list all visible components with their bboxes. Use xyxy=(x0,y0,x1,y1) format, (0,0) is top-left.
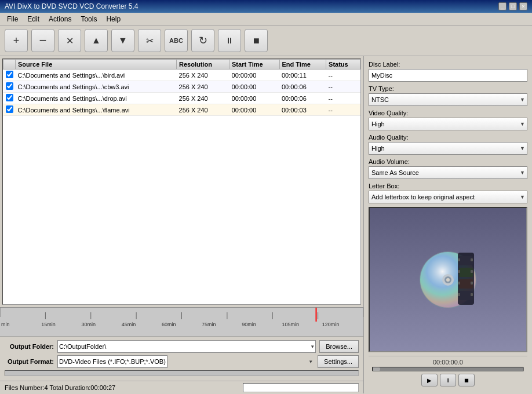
row-source-file: C:\Documents and Settings\...\bird.avi xyxy=(16,70,177,81)
menu-help[interactable]: Help xyxy=(101,14,125,24)
table-row[interactable]: C:\Documents and Settings\...\bird.avi 2… xyxy=(3,70,360,81)
pause-button[interactable]: ⏸ xyxy=(218,29,241,52)
disc-label-input[interactable] xyxy=(369,69,527,82)
clear-button[interactable]: ✕ xyxy=(58,29,81,52)
row-start-time: 00:00:00 xyxy=(229,70,279,81)
timeline-labels: min 15min 30min 45min 60min 75min 90min … xyxy=(0,322,363,327)
move-up-button[interactable]: ▲ xyxy=(85,29,108,52)
close-button[interactable]: × xyxy=(519,2,527,10)
col-header-check xyxy=(3,60,16,70)
row-end-time: 00:00:06 xyxy=(279,81,326,93)
row-resolution: 256 X 240 xyxy=(177,81,229,93)
ruler-svg xyxy=(0,308,363,322)
row-start-time: 00:00:00 xyxy=(229,104,279,116)
svg-rect-18 xyxy=(458,258,460,261)
timeline-label-4: 60min xyxy=(162,322,202,327)
row-status: -- xyxy=(326,93,360,104)
timeline-label-2: 30min xyxy=(81,322,121,327)
audio-volume-select[interactable]: Same As Source +10% +20% -10% xyxy=(369,166,527,179)
svg-point-28 xyxy=(446,278,450,282)
row-checkbox-3[interactable] xyxy=(6,105,13,113)
status-text: Files Number:4 Total Duration:00:00:27 xyxy=(5,384,243,391)
tv-type-wrapper: NTSC PAL ▼ xyxy=(369,93,527,106)
letter-box-field: Letter Box: Add letterbox to keep origin… xyxy=(369,183,527,203)
timeline-label-6: 90min xyxy=(242,322,282,327)
settings-button[interactable]: Settings... xyxy=(318,355,359,368)
row-start-time: 00:00:00 xyxy=(229,81,279,93)
disc-label-label: Disc Label: xyxy=(369,61,527,68)
table-row[interactable]: C:\Documents and Settings\...\cbw3.avi 2… xyxy=(3,81,360,93)
row-status: -- xyxy=(326,70,360,81)
col-header-status: Status xyxy=(326,60,360,70)
time-display: 00:00:00.0 xyxy=(372,359,524,366)
audio-volume-label: Audio Volume: xyxy=(369,158,527,165)
svg-rect-25 xyxy=(471,293,473,296)
output-format-select[interactable]: DVD-Video Files (*.IFO;*.BUP;*.VOB) xyxy=(57,355,167,368)
timeline-label-7: 105min xyxy=(282,322,322,327)
menu-file[interactable]: File xyxy=(2,14,23,24)
col-header-resolution: Resolution xyxy=(177,60,229,70)
timeline-label-1: 15min xyxy=(41,322,81,327)
output-format-wrapper: DVD-Video Files (*.IFO;*.BUP;*.VOB) ▼ xyxy=(57,355,314,368)
add-button[interactable]: + xyxy=(5,29,28,52)
output-folder-wrapper: ▼ xyxy=(57,340,316,353)
browse-button[interactable]: Browse... xyxy=(319,340,359,353)
col-header-source: Source File xyxy=(16,60,177,70)
play-button[interactable]: ▶ xyxy=(421,374,438,386)
timeline-label-0: min xyxy=(1,322,41,327)
svg-rect-21 xyxy=(471,270,473,273)
tv-type-field: TV Type: NTSC PAL ▼ xyxy=(369,85,527,106)
cut-button[interactable]: ✂ xyxy=(138,29,161,52)
output-format-label: Output Format: xyxy=(5,358,54,365)
row-checkbox-cell xyxy=(3,70,16,81)
move-down-button[interactable]: ▼ xyxy=(111,29,134,52)
audio-volume-field: Audio Volume: Same As Source +10% +20% -… xyxy=(369,158,527,179)
stop-button[interactable]: ⏹ xyxy=(245,29,268,52)
col-header-end: End Time xyxy=(279,60,326,70)
settings-fields: Disc Label: TV Type: NTSC PAL ▼ Video Qu… xyxy=(369,61,527,203)
menu-actions[interactable]: Actions xyxy=(44,14,76,24)
row-checkbox-cell xyxy=(3,81,16,93)
status-bar: Files Number:4 Total Duration:00:00:27 xyxy=(0,381,363,393)
row-end-time: 00:00:06 xyxy=(279,93,326,104)
row-resolution: 256 X 240 xyxy=(177,93,229,104)
refresh-button[interactable]: ↻ xyxy=(191,29,214,52)
maximize-button[interactable]: □ xyxy=(509,2,517,10)
output-folder-input[interactable] xyxy=(57,340,316,353)
row-source-file: C:\Documents and Settings\...\cbw3.avi xyxy=(16,81,177,93)
bottom-controls: Output Folder: ▼ Browse... Output Format… xyxy=(0,336,363,381)
playback-pause-button[interactable]: ⏸ xyxy=(440,374,456,386)
playback-controls: 00:00:00.0 ▶ ⏸ ⏹ xyxy=(369,356,527,389)
video-quality-select[interactable]: High Medium Low xyxy=(369,118,527,130)
output-format-arrow: ▼ xyxy=(308,359,313,364)
rename-button[interactable]: ABC xyxy=(165,29,188,52)
disc-preview-icon xyxy=(416,248,480,312)
row-checkbox-1[interactable] xyxy=(6,82,13,90)
playback-stop-button[interactable]: ⏹ xyxy=(458,374,475,386)
output-folder-label: Output Folder: xyxy=(5,343,54,350)
timeline-ruler: min 15min 30min 45min 60min 75min 90min … xyxy=(0,307,363,336)
menu-tools[interactable]: Tools xyxy=(76,14,101,24)
row-source-file: C:\Documents and Settings\...\drop.avi xyxy=(16,93,177,104)
table-row[interactable]: C:\Documents and Settings\...\drop.avi 2… xyxy=(3,93,360,104)
row-checkbox-2[interactable] xyxy=(6,94,13,101)
tv-type-select[interactable]: NTSC PAL xyxy=(369,93,527,106)
menu-edit[interactable]: Edit xyxy=(23,14,44,24)
video-quality-field: Video Quality: High Medium Low ▼ xyxy=(369,110,527,130)
timeline-label-3: 45min xyxy=(122,322,162,327)
table-row[interactable]: C:\Documents and Settings\...\flame.avi … xyxy=(3,104,360,116)
svg-rect-23 xyxy=(471,282,473,284)
output-folder-row: Output Folder: ▼ Browse... xyxy=(5,340,359,353)
remove-button[interactable]: − xyxy=(31,29,54,52)
letter-box-select[interactable]: Add letterbox to keep original aspect No… xyxy=(369,191,527,203)
disc-label-field: Disc Label: xyxy=(369,61,527,82)
audio-volume-wrapper: Same As Source +10% +20% -10% ▼ xyxy=(369,166,527,179)
row-checkbox-0[interactable] xyxy=(6,71,13,78)
playback-progress-bar[interactable] xyxy=(372,367,524,371)
title-bar-text: AVI DivX to DVD SVCD VCD Converter 5.4 xyxy=(5,2,139,10)
file-table: Source File Resolution Start Time End Ti… xyxy=(3,59,360,116)
output-format-row: Output Format: DVD-Video Files (*.IFO;*.… xyxy=(5,355,359,368)
playback-progress-fill xyxy=(373,367,380,371)
minimize-button[interactable]: _ xyxy=(498,2,507,10)
audio-quality-select[interactable]: High Medium Low xyxy=(369,142,527,155)
